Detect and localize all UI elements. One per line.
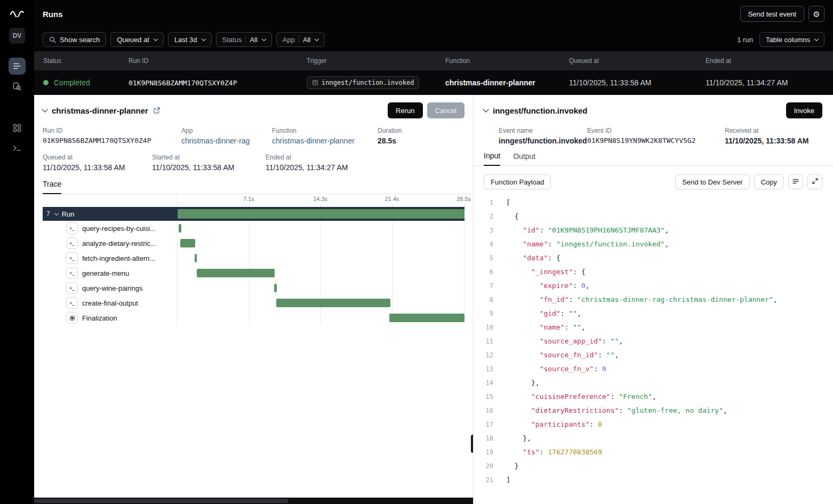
- trace-run-row[interactable]: 7Run: [43, 207, 464, 221]
- send-to-dev-server-button[interactable]: Send to Dev Server: [675, 174, 749, 189]
- code-text: "_inngest": {: [506, 265, 586, 279]
- app-filter-value: All: [303, 36, 310, 44]
- column-header: Status: [43, 57, 129, 65]
- show-search-label: Show search: [60, 36, 100, 44]
- step-duration-bar[interactable]: [389, 314, 464, 322]
- code-text: "source_app_id": "",: [506, 334, 623, 348]
- code-text: "name": "",: [506, 321, 586, 334]
- table-columns-label: Table columns: [766, 36, 810, 44]
- horizontal-scrollbar-thumb[interactable]: [34, 499, 289, 503]
- tab-trace[interactable]: Trace: [43, 180, 61, 194]
- sidebar-nav-top: [9, 58, 26, 95]
- trace-step-row[interactable]: >_fetch-ingredient-altern...: [43, 251, 464, 266]
- event-actions: Invoke: [786, 102, 822, 118]
- event-panel-header: inngest/function.invoked Invoke: [484, 102, 822, 118]
- trace-step-row[interactable]: >_query-wine-pairings: [43, 281, 464, 295]
- step-bars: [178, 310, 464, 325]
- line-number: 13: [484, 362, 493, 376]
- code-text: "cuisinePreference": "French",: [506, 390, 656, 404]
- queued-at-dropdown[interactable]: Queued at: [110, 32, 164, 47]
- sidebar-item-debugger[interactable]: [9, 78, 26, 95]
- sidebar-item-terminal[interactable]: [9, 140, 26, 157]
- child-count[interactable]: 7: [46, 210, 50, 218]
- table-columns-dropdown[interactable]: Table columns: [759, 32, 824, 47]
- trace-step-row[interactable]: >_analyze-dietary-restric...: [43, 236, 464, 251]
- send-test-event-button[interactable]: Send test event: [740, 6, 804, 22]
- show-search-button[interactable]: Show search: [43, 32, 106, 47]
- sidebar-item-apps[interactable]: [9, 119, 26, 137]
- field-value[interactable]: christmas-dinner-rag: [181, 137, 272, 145]
- field-label: Event ID: [587, 127, 725, 134]
- line-number: 3: [484, 223, 493, 237]
- step-duration-bar[interactable]: [274, 284, 276, 292]
- tab-output[interactable]: Output: [513, 151, 535, 165]
- trace-run-bar[interactable]: [178, 209, 464, 219]
- app-filter-label: App: [283, 36, 295, 44]
- step-duration-bar[interactable]: [276, 299, 390, 307]
- inngest-logo-icon[interactable]: [10, 9, 25, 19]
- collapse-chevron-icon[interactable]: [483, 106, 488, 112]
- payload-toolbar: Function Payload Send to Dev Server Copy: [484, 174, 822, 189]
- function-payload-chip[interactable]: Function Payload: [484, 174, 551, 189]
- code-text: "name": "inngest/function.invoked",: [506, 237, 669, 251]
- trace-step-label: >_generate-menu: [43, 266, 178, 281]
- code-line: 16 "dietaryRestrictions": "gluten-free, …: [484, 404, 822, 418]
- field-value[interactable]: christmas-dinner-planner: [272, 137, 378, 145]
- trace-step-row[interactable]: >_generate-menu: [43, 266, 464, 281]
- trace-step-label: >_query-recipes-by-cuisi...: [43, 221, 178, 236]
- trace-step-row[interactable]: Finalization: [43, 310, 464, 325]
- code-line: 1[: [484, 196, 822, 210]
- code-text: }: [506, 459, 518, 473]
- event-title: inngest/function.invoked: [493, 106, 588, 115]
- sidebar-item-runs[interactable]: [9, 58, 26, 75]
- copy-button[interactable]: Copy: [754, 174, 784, 189]
- tab-input[interactable]: Input: [484, 151, 500, 166]
- terminal-icon: >_: [69, 241, 75, 246]
- trace-step-row[interactable]: >_query-recipes-by-cuisi...: [43, 221, 464, 236]
- table-row[interactable]: Completed01K9PN8S6BZAMM170QTSXY0Z4Pinnge…: [34, 70, 833, 95]
- tick-label: 28.5s: [456, 196, 471, 202]
- step-name: query-wine-pairings: [82, 284, 142, 292]
- divider: [299, 36, 299, 43]
- code-text: "source_fn_v": 0: [506, 362, 606, 376]
- field-value: inngest/function.invoked: [499, 137, 587, 145]
- field-label: Started at: [152, 154, 266, 161]
- rerun-button[interactable]: Rerun: [388, 102, 422, 118]
- step-duration-bar[interactable]: [197, 269, 275, 277]
- line-number: 18: [484, 431, 493, 445]
- step-duration-bar[interactable]: [195, 254, 197, 262]
- code-text: "participants": 8: [506, 418, 602, 431]
- status-cell: Completed: [43, 78, 129, 87]
- cancel-button[interactable]: Cancel: [427, 102, 464, 118]
- detail-field: Ended at11/10/2025, 11:34:27 AM: [266, 154, 464, 172]
- invoke-button[interactable]: Invoke: [786, 102, 822, 118]
- wrap-lines-button[interactable]: [788, 174, 803, 189]
- trace-run-name: Run: [62, 210, 75, 218]
- app-root: DV Runs Send test event ⚙: [0, 0, 833, 504]
- trace-step-row[interactable]: >_create-final-output: [43, 295, 464, 310]
- field-label: Run ID: [43, 127, 181, 134]
- detail-field: Queued at11/10/2025, 11:33:58 AM: [43, 154, 152, 172]
- external-link-icon[interactable]: [153, 107, 161, 114]
- settings-button[interactable]: ⚙: [808, 6, 824, 22]
- field-value: 01K9PN8S19YN9WK2K8TWCYV5G2: [587, 137, 725, 145]
- expand-button[interactable]: [807, 174, 822, 189]
- run-info-row-2: Queued at11/10/2025, 11:33:58 AMStarted …: [43, 154, 464, 172]
- app-filter-dropdown[interactable]: App All: [276, 32, 325, 47]
- code-text: "source_fn_id": "",: [506, 348, 619, 362]
- line-number: 20: [484, 459, 493, 473]
- step-duration-bar[interactable]: [179, 224, 181, 233]
- code-text: "dietaryRestrictions": "gluten-free, no …: [506, 404, 727, 418]
- column-header: Ended at: [706, 57, 824, 65]
- code-line: 12 "source_fn_id": "",: [484, 348, 822, 362]
- filterbar: Show search Queued at Last 3d Status All…: [34, 28, 833, 51]
- step-duration-bar[interactable]: [180, 239, 195, 247]
- run-details-content: christmas-dinner-planner Rerun Cancel Ru…: [34, 95, 473, 325]
- collapse-chevron-icon[interactable]: [42, 106, 47, 112]
- time-range-dropdown[interactable]: Last 3d: [168, 32, 212, 47]
- status-filter-dropdown[interactable]: Status All: [216, 32, 272, 47]
- runs-table-header: StatusRun IDTriggerFunctionQueued atEnde…: [34, 51, 833, 70]
- horizontal-scrollbar[interactable]: [34, 498, 473, 504]
- line-number: 11: [484, 334, 493, 348]
- trigger-badge[interactable]: inngest/function.invoked: [307, 76, 419, 89]
